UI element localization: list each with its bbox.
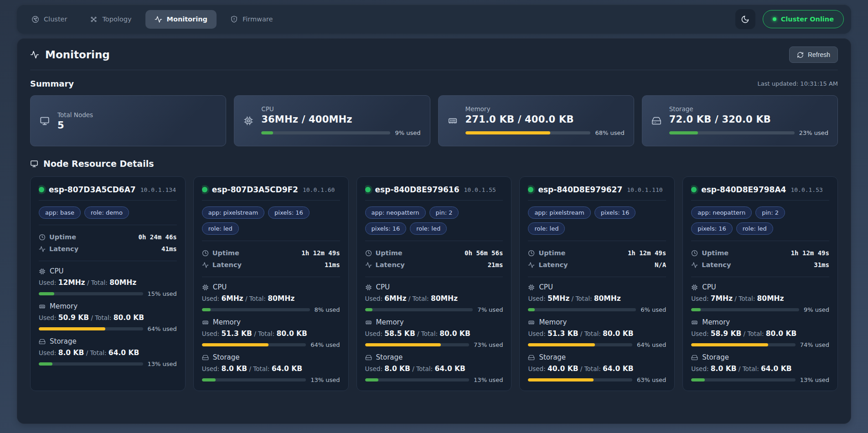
node-metrics: Uptime 1h 12m 49s Latency N/A	[528, 247, 666, 271]
hard-drive-icon	[528, 354, 535, 361]
node-divider	[202, 277, 340, 277]
summary-card: Total Nodes 5	[30, 95, 226, 146]
progress-track	[528, 308, 636, 311]
node-details-title-text: Node Resource Details	[43, 159, 154, 169]
resource-usage-line: Used: 6MHz / Total: 80MHz	[202, 294, 340, 303]
shield-alert-icon	[230, 15, 238, 23]
progress-bar	[365, 378, 379, 381]
node-ip: 10.0.1.55	[464, 186, 496, 193]
activity-icon	[39, 246, 46, 253]
progress-row: 64% used	[202, 341, 340, 348]
node-name: esp-807D3A5CD9F2	[212, 185, 298, 194]
summary-card-label: Memory	[465, 105, 625, 113]
memory-icon	[202, 319, 209, 326]
page-title-text: Monitoring	[45, 49, 110, 61]
metric-row: Latency 21ms	[365, 259, 503, 271]
resource-usage-line: Used: 58.5 KB / Total: 80.0 KB	[365, 330, 503, 338]
metric-value: 1h 12m 49s	[301, 249, 340, 257]
node-divider	[202, 241, 340, 241]
progress-row: 13% used	[691, 376, 829, 383]
refresh-button[interactable]: Refresh	[789, 46, 838, 63]
summary-header: Summary Last updated: 10:31:15 AM	[30, 79, 838, 88]
summary-card-value: 271.0 KB / 400.0 KB	[465, 114, 625, 125]
progress-row: 7% used	[365, 306, 503, 313]
resource-section: CPU Used: 7MHz / Total: 80MHz	[691, 283, 829, 313]
node-divider	[39, 261, 177, 261]
tag-badge: role: led	[202, 222, 239, 235]
progress-bar	[669, 131, 698, 134]
nav-tab[interactable]: Cluster	[22, 10, 76, 29]
nav-tab[interactable]: Firmware	[221, 10, 282, 29]
online-dot-icon	[773, 17, 776, 21]
resource-usage-line: Used: 5MHz / Total: 80MHz	[528, 294, 666, 303]
resource-kind: CPU	[702, 283, 716, 291]
node-divider	[528, 200, 666, 201]
resource-total-value: 80MHz	[268, 294, 294, 303]
node-metrics: Uptime 0h 56m 56s Latency 21ms	[365, 247, 503, 271]
metric-row: Uptime 0h 56m 56s	[365, 247, 503, 259]
tag-badge: app: pixelstream	[202, 206, 264, 219]
cpu-icon	[691, 284, 698, 291]
resource-usage-line: Used: 8.0 KB / Total: 64.0 KB	[202, 365, 340, 373]
resource-section: Memory Used: 51.3 KB / Total: 80.0 KB	[202, 318, 340, 348]
node-card-header: esp-840D8E979616 10.0.1.55	[365, 185, 503, 194]
node-tags: app: neopatternpin: 2pixels: 16role: led	[365, 206, 503, 235]
activity-icon	[155, 15, 162, 23]
tag-badge: role: demo	[84, 206, 129, 219]
node-ip: 10.0.1.60	[303, 186, 335, 193]
resource-total-value: 64.0 KB	[434, 365, 465, 373]
activity-icon	[528, 262, 535, 268]
resource-used-value: 58.9 KB	[711, 330, 741, 338]
resource-usage-line: Used: 12MHz / Total: 80MHz	[39, 278, 177, 287]
node-details-title: Node Resource Details	[30, 159, 838, 169]
metric-label-text: Uptime	[376, 249, 403, 257]
theme-toggle-button[interactable]	[735, 9, 755, 29]
resource-kind: Storage	[702, 353, 729, 361]
progress-bar	[691, 378, 705, 381]
resource-section: Storage Used: 8.0 KB / Total: 64.0 KB	[202, 353, 340, 383]
resource-used-value: 8.0 KB	[221, 365, 247, 373]
summary-cards: Total Nodes 5 CPU 36MHz / 400MHz	[30, 95, 838, 146]
progress-percent-label: 74% used	[800, 341, 829, 348]
tag-badge: role: led	[528, 222, 565, 235]
nav-tab[interactable]: Monitoring	[145, 10, 217, 29]
node-resources: CPU Used: 6MHz / Total: 80MHz	[365, 278, 503, 383]
resource-used-value: 58.5 KB	[384, 330, 415, 338]
node-card-header: esp-807D3A5CD9F2 10.0.1.60	[202, 185, 340, 194]
progress-row: 23% used	[669, 129, 828, 136]
resource-total-value: 80MHz	[109, 278, 136, 287]
moon-icon	[741, 15, 749, 24]
progress-percent-label: 73% used	[474, 341, 503, 348]
node-tags: app: pixelstreampixels: 16role: led	[528, 206, 666, 235]
memory-icon	[528, 319, 535, 326]
resource-total-value: 80MHz	[431, 294, 458, 303]
progress-row: 9% used	[691, 306, 829, 313]
hard-drive-icon	[365, 354, 372, 361]
progress-percent-label: 7% used	[477, 306, 503, 313]
node-tags: app: pixelstreampixels: 16role: led	[202, 206, 340, 235]
resource-kind: CPU	[50, 267, 64, 275]
monitor-icon	[40, 116, 50, 126]
metric-label-text: Latency	[212, 261, 242, 268]
resource-total-value: 64.0 KB	[108, 349, 139, 357]
nav-tab[interactable]: Topology	[81, 10, 140, 29]
node-divider	[528, 277, 666, 277]
resource-total-value: 64.0 KB	[272, 365, 302, 373]
resource-usage-line: Used: 8.0 KB / Total: 64.0 KB	[365, 365, 503, 373]
memory-icon	[691, 319, 698, 326]
resource-usage-line: Used: 50.9 KB / Total: 80.0 KB	[39, 314, 177, 322]
resource-usage-line: Used: 6MHz / Total: 80MHz	[365, 294, 503, 303]
refresh-icon	[797, 52, 804, 58]
metric-label-text: Uptime	[49, 233, 76, 241]
cluster-status-label: Cluster Online	[781, 15, 834, 23]
node-cards: esp-807D3A5CD6A7 10.0.1.134 app: baserol…	[30, 176, 838, 391]
resource-usage-line: Used: 51.3 KB / Total: 80.0 KB	[202, 330, 340, 338]
metric-label-text: Latency	[538, 261, 568, 268]
cpu-icon	[528, 284, 535, 291]
progress-track	[39, 292, 143, 295]
tag-badge: app: neopattern	[365, 206, 426, 219]
summary-card-value: 36MHz / 400MHz	[261, 114, 420, 125]
resource-kind: Storage	[213, 353, 240, 361]
progress-row: 68% used	[465, 129, 625, 136]
progress-track	[669, 131, 795, 134]
